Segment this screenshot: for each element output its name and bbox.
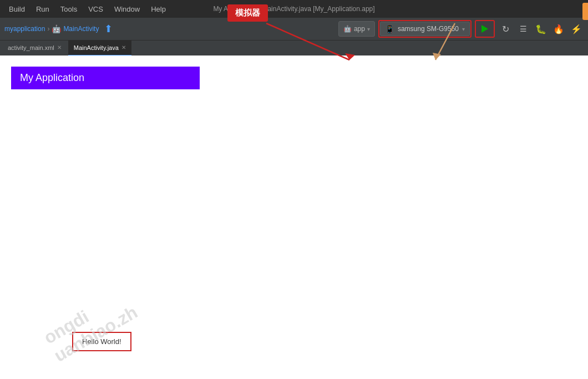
annotation-emulator-box: 模拟器 <box>227 4 268 22</box>
app-title-text: My Application <box>20 72 84 83</box>
tab-mainactivity-close[interactable]: ✕ <box>121 44 126 50</box>
android-module-icon: 🤖 <box>343 25 352 33</box>
arrows-overlay <box>0 55 588 379</box>
hello-world-box: Hello World! <box>72 332 131 351</box>
breadcrumb-separator: › <box>47 25 49 33</box>
debug-icon[interactable]: 🐛 <box>534 22 548 36</box>
toolbar: myapplication › 🤖 MainActivity ⬆ 🤖 app ▾… <box>0 18 588 40</box>
tab-mainactivity[interactable]: MainActivity.java ✕ <box>68 41 131 56</box>
hello-world-text: Hello World! <box>82 337 121 346</box>
device-chevron: ▾ <box>462 26 465 32</box>
gradle-sync-icon[interactable]: ☰ <box>516 22 530 36</box>
menu-help[interactable]: Help <box>146 3 170 16</box>
menu-window[interactable]: Window <box>110 3 144 16</box>
sync-button[interactable]: ↻ <box>498 22 513 36</box>
tab-mainactivity-label: MainActivity.java <box>74 44 119 51</box>
menu-run[interactable]: Run <box>32 3 54 16</box>
run-triangle-icon <box>481 25 488 33</box>
module-chevron: ▾ <box>367 26 370 32</box>
run-button[interactable] <box>477 22 493 36</box>
app-preview: My Application <box>11 67 227 89</box>
breadcrumb: myapplication › 🤖 MainActivity <box>4 24 99 33</box>
device-selector[interactable]: 📱 samsung SM-G9550 ▾ <box>380 22 470 36</box>
tab-activity-main-close[interactable]: ✕ <box>57 44 62 50</box>
run-button-wrapper <box>475 20 495 38</box>
menu-vcs[interactable]: VCS <box>84 3 108 16</box>
device-icon: 📱 <box>385 24 394 33</box>
menu-bar: Build Run Tools VCS Window Help My Appli… <box>0 0 588 18</box>
device-selector-wrapper: 📱 samsung SM-G9550 ▾ <box>378 20 472 38</box>
breadcrumb-project[interactable]: myapplication <box>4 25 45 33</box>
watermark: ongdiuanbiao.zh <box>40 284 141 366</box>
tab-activity-main[interactable]: activity_main.xml ✕ <box>2 41 67 56</box>
menu-build[interactable]: Build <box>4 3 29 16</box>
android-icon: 🤖 <box>52 24 61 33</box>
device-label: samsung SM-G9550 <box>398 25 459 33</box>
coverage-icon[interactable]: ⚡ <box>569 22 584 36</box>
module-selector[interactable]: 🤖 app ▾ <box>338 21 375 37</box>
nav-back-icon[interactable]: ⬆ <box>104 23 113 35</box>
breadcrumb-class[interactable]: MainActivity <box>63 25 99 33</box>
profile-icon[interactable]: 🔥 <box>551 22 566 36</box>
tab-activity-main-label: activity_main.xml <box>8 44 54 51</box>
annotation-run-box: 点击这里运行到模拟器上 <box>582 3 588 20</box>
tabs-bar: activity_main.xml ✕ MainActivity.java ✕ <box>0 40 588 55</box>
module-label: app <box>354 25 365 33</box>
main-content: My Application Hello World! ongdiuanbiao… <box>0 55 588 379</box>
menu-tools[interactable]: Tools <box>56 3 82 16</box>
annotation-emulator-label: 模拟器 <box>235 8 260 17</box>
app-title-bar: My Application <box>11 67 200 89</box>
